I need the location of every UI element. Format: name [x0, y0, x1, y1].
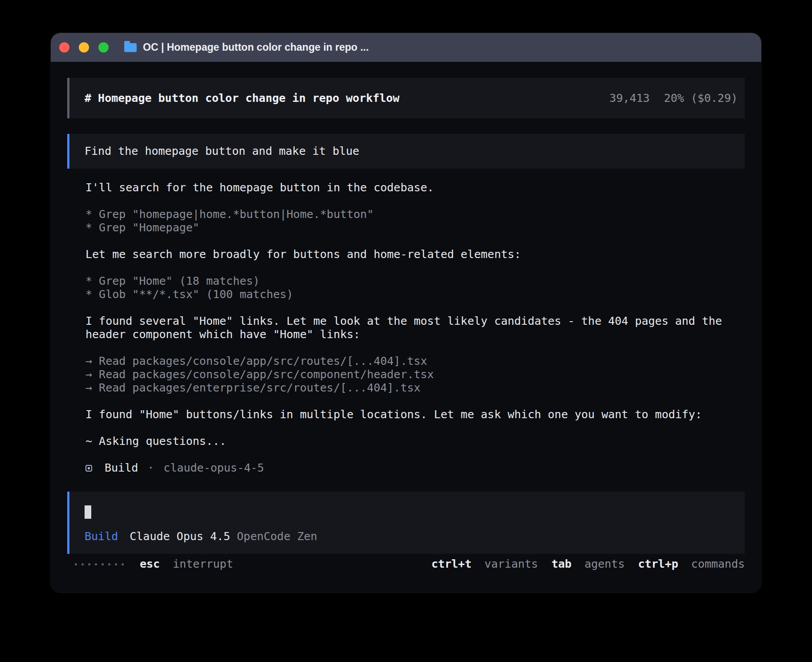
- tool-call-line: * Grep "Homepage": [85, 221, 745, 234]
- session-header: # Homepage button color change in repo w…: [67, 78, 745, 118]
- shortcut-key: ctrl+t: [431, 557, 471, 570]
- assistant-line: I'll search for the homepage button in t…: [85, 181, 745, 194]
- window-title: OC | Homepage button color change in rep…: [143, 41, 369, 53]
- folder-icon: [124, 43, 137, 52]
- shortcut-agents: tab agents: [552, 557, 625, 571]
- status-bar-right: ctrl+t variants tab agents ctrl+p comman…: [431, 557, 745, 571]
- status-bar-left: esc interrupt: [67, 557, 233, 571]
- terminal-window: OC | Homepage button color change in rep…: [51, 33, 761, 593]
- desktop-background: OC | Homepage button color change in rep…: [0, 0, 812, 662]
- input-status-row: Build Claude Opus 4.5 OpenCode Zen: [85, 530, 738, 543]
- agent-icon: [85, 465, 92, 472]
- zoom-window-button[interactable]: [98, 42, 109, 52]
- terminal-content: # Homepage button color change in repo w…: [51, 62, 761, 593]
- interrupt-label: interrupt: [173, 557, 233, 570]
- provider-indicator: OpenCode Zen: [237, 530, 317, 543]
- assistant-line: I found several "Home" links. Let me loo…: [85, 315, 745, 341]
- tool-call-line: → Read packages/console/app/src/routes/[…: [85, 355, 745, 368]
- text-cursor: [85, 505, 91, 519]
- context-usage: 20% ($0.29): [664, 92, 738, 105]
- user-message-text: Find the homepage button and make it blu…: [85, 145, 359, 158]
- shortcut-variants: ctrl+t variants: [431, 557, 538, 571]
- status-bar: esc interrupt ctrl+t variants tab agents…: [67, 557, 745, 571]
- token-count: 39,413: [609, 92, 650, 105]
- shortcut-label: commands: [691, 557, 745, 570]
- tool-call-line: * Grep "homepage|home.*button|Home.*butt…: [85, 208, 745, 221]
- model-indicator[interactable]: Claude Opus 4.5: [130, 530, 230, 543]
- separator-dot: ·: [147, 461, 154, 475]
- shortcut-commands: ctrl+p commands: [638, 557, 745, 571]
- tool-call-line: → Read packages/console/app/src/componen…: [85, 368, 745, 381]
- prompt-input[interactable]: Build Claude Opus 4.5 OpenCode Zen: [67, 492, 745, 554]
- assistant-line: Let me search more broadly for buttons a…: [85, 248, 745, 261]
- tool-call-line: * Glob "**/*.tsx" (100 matches): [85, 288, 745, 301]
- close-window-button[interactable]: [59, 42, 69, 52]
- agent-model: claude-opus-4-5: [163, 461, 264, 475]
- mode-indicator[interactable]: Build: [85, 530, 118, 543]
- traffic-lights: [59, 42, 109, 52]
- tool-call-line: * Grep "Home" (18 matches): [85, 274, 745, 288]
- shortcut-key: ctrl+p: [638, 557, 678, 570]
- assistant-line: I found "Home" buttons/links in multiple…: [85, 408, 745, 421]
- agent-status-row: Build · claude-opus-4-5: [85, 461, 745, 475]
- status-line: ~ Asking questions...: [85, 435, 745, 448]
- agent-name: Build: [105, 461, 138, 475]
- session-stats: 39,413 20% ($0.29): [609, 92, 738, 105]
- conversation: I'll search for the homepage button in t…: [67, 181, 745, 475]
- session-title: # Homepage button color change in repo w…: [85, 92, 399, 105]
- minimize-window-button[interactable]: [79, 42, 89, 52]
- spinner-dots: [75, 563, 124, 565]
- esc-key: esc: [140, 557, 160, 570]
- shortcut-key: tab: [552, 557, 572, 570]
- interrupt-hint: esc interrupt: [140, 557, 233, 571]
- shortcut-label: agents: [585, 557, 625, 570]
- window-titlebar: OC | Homepage button color change in rep…: [51, 33, 761, 62]
- user-message: Find the homepage button and make it blu…: [67, 134, 745, 169]
- tool-call-line: → Read packages/enterprise/src/routes/[.…: [85, 381, 745, 395]
- shortcut-label: variants: [484, 557, 538, 570]
